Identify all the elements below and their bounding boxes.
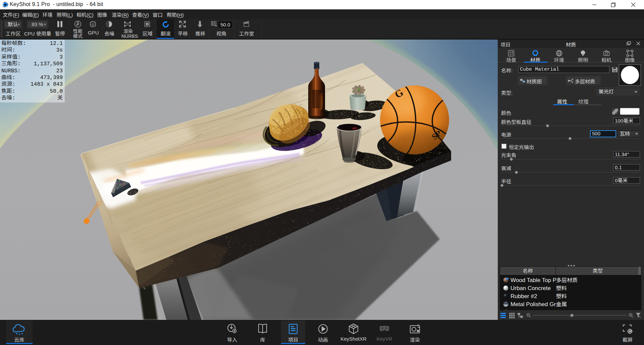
svg-text:P: P (77, 23, 79, 26)
svg-text:G: G (92, 23, 94, 26)
